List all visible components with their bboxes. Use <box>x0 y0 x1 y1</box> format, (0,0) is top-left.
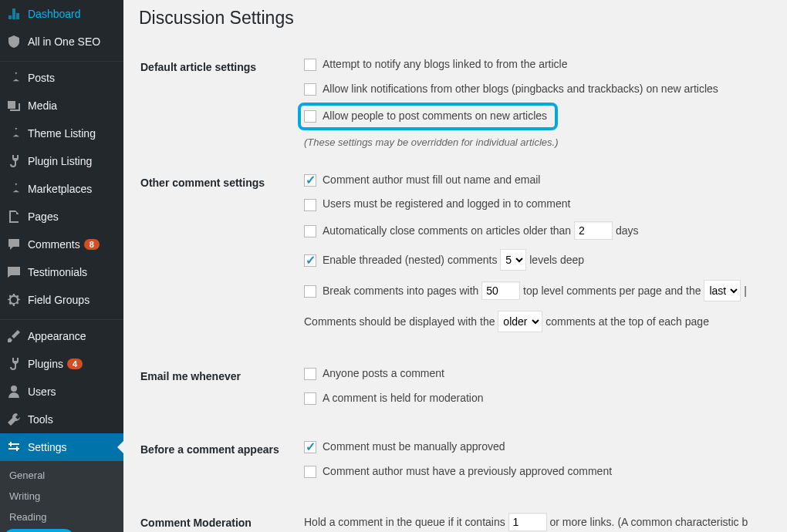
section-before-appears: Before a comment appears <box>140 428 295 500</box>
sidebar-item-label: Comments <box>28 238 80 251</box>
settings-note: (These settings may be overridden for in… <box>304 136 762 148</box>
checkbox-manual-approve[interactable] <box>304 441 316 453</box>
opt-close-old[interactable]: Automatically close comments on articles… <box>304 221 762 240</box>
plug-icon <box>6 153 22 169</box>
sidebar-item-posts[interactable]: Posts <box>0 64 123 92</box>
pin-icon <box>6 70 22 86</box>
dashboard-icon <box>6 6 22 22</box>
sidebar-item-label: Field Groups <box>28 294 90 306</box>
checkbox-require-registration[interactable] <box>304 199 316 211</box>
sidebar-item-label: Plugin Listing <box>28 155 92 167</box>
sidebar-item-label: Pages <box>28 210 59 223</box>
shield-icon <box>6 34 22 49</box>
checkbox-pingbacks[interactable] <box>304 83 316 96</box>
opt-allow-comments[interactable]: Allow people to post comments on new art… <box>304 106 762 127</box>
checkbox-paginate[interactable] <box>304 285 316 298</box>
sidebar-item-label: Settings <box>28 441 67 453</box>
select-display-order[interactable]: older <box>498 311 542 332</box>
submenu-item-writing[interactable]: Writing <box>0 486 123 507</box>
sidebar-item-label: Posts <box>28 72 55 84</box>
select-page-order[interactable]: last <box>704 280 741 301</box>
sidebar-item-label: Testimonials <box>28 266 87 278</box>
section-default-article: Default article settings <box>140 45 295 160</box>
submenu-item-general[interactable]: General <box>0 465 123 486</box>
checkbox-email-anyone[interactable] <box>304 368 316 380</box>
input-max-links[interactable] <box>508 513 547 531</box>
checkbox-prev-approved[interactable] <box>304 466 316 478</box>
sidebar-item-plugins[interactable]: Plugins4 <box>0 350 123 378</box>
opt-email-anyone-posts[interactable]: Anyone posts a comment <box>304 366 762 382</box>
checkbox-notify-blogs[interactable] <box>304 59 316 71</box>
plug-icon <box>6 356 22 372</box>
checkbox-threaded[interactable] <box>304 254 316 267</box>
input-close-days[interactable] <box>574 221 613 240</box>
select-thread-levels[interactable]: 5 <box>500 249 526 271</box>
sidebar-item-field-groups[interactable]: Field Groups <box>0 286 123 314</box>
opt-prev-approved[interactable]: Comment author must have a previously ap… <box>304 464 762 480</box>
settings-submenu: GeneralWritingReadingDiscussion <box>0 461 123 532</box>
sliders-icon <box>6 439 22 455</box>
page-title: Discussion Settings <box>139 8 772 29</box>
section-moderation: Comment Moderation <box>140 501 295 532</box>
sidebar-item-users[interactable]: Users <box>0 378 123 406</box>
sidebar-item-theme-listing[interactable]: Theme Listing <box>0 120 123 147</box>
sidebar-item-label: Media <box>28 99 57 112</box>
submenu-item-discussion[interactable]: Discussion <box>0 527 123 532</box>
section-other-comment: Other comment settings <box>140 161 295 353</box>
sidebar-item-dashboard[interactable]: Dashboard <box>0 0 123 28</box>
moderation-links-text: Hold a comment in the queue if it contai… <box>304 513 762 531</box>
sidebar-item-comments[interactable]: Comments8 <box>0 231 123 258</box>
sidebar-item-all-in-one-seo[interactable]: All in One SEO <box>0 28 123 56</box>
opt-display-order: Comments should be displayed with the ol… <box>304 311 762 332</box>
user-icon <box>6 384 22 399</box>
sidebar-item-settings[interactable]: Settings <box>0 433 123 461</box>
gear-icon <box>6 292 22 308</box>
sidebar-item-label: Appearance <box>28 330 86 342</box>
sidebar-item-label: Plugins <box>28 358 63 370</box>
sidebar-item-media[interactable]: Media <box>0 92 123 120</box>
sidebar-item-appearance[interactable]: Appearance <box>0 322 123 350</box>
checkbox-allow-comments[interactable] <box>304 110 316 123</box>
opt-require-name-email[interactable]: Comment author must fill out name and em… <box>304 173 762 188</box>
settings-form: Default article settings Attempt to noti… <box>139 44 772 532</box>
sidebar-item-tools[interactable]: Tools <box>0 406 123 433</box>
submenu-item-reading[interactable]: Reading <box>0 507 123 527</box>
media-icon <box>6 98 22 113</box>
sidebar-item-label: All in One SEO <box>28 35 100 48</box>
comment-icon <box>6 237 22 252</box>
testimonial-icon <box>6 264 22 280</box>
sidebar-item-label: Tools <box>28 413 53 426</box>
sidebar-item-plugin-listing[interactable]: Plugin Listing <box>0 147 123 175</box>
opt-pingbacks[interactable]: Allow link notifications from other blog… <box>304 82 762 97</box>
section-email-me: Email me whenever <box>140 355 295 426</box>
opt-manual-approve[interactable]: Comment must be manually approved <box>304 439 762 455</box>
sidebar-item-testimonials[interactable]: Testimonials <box>0 258 123 286</box>
pages-icon <box>6 209 22 224</box>
pin-icon <box>6 126 22 141</box>
admin-sidebar: DashboardAll in One SEOPostsMediaTheme L… <box>0 0 123 532</box>
opt-paginate[interactable]: Break comments into pages with top level… <box>304 280 762 301</box>
opt-threaded[interactable]: Enable threaded (nested) comments 5 leve… <box>304 249 762 271</box>
brush-icon <box>6 328 22 344</box>
opt-email-held[interactable]: A comment is held for moderation <box>304 391 762 406</box>
sidebar-item-label: Marketplaces <box>28 183 92 195</box>
opt-notify-blogs[interactable]: Attempt to notify any blogs linked to fr… <box>304 57 762 72</box>
opt-require-registration[interactable]: Users must be registered and logged in t… <box>304 197 762 212</box>
sidebar-item-label: Users <box>28 386 56 398</box>
input-per-page[interactable] <box>481 281 520 300</box>
checkbox-require-name-email[interactable] <box>304 174 316 187</box>
pin-icon <box>6 181 22 197</box>
checkbox-email-held[interactable] <box>304 392 316 405</box>
main-content: Discussion Settings Default article sett… <box>123 0 787 532</box>
badge: 8 <box>84 239 100 250</box>
badge: 4 <box>67 359 83 369</box>
checkbox-close-old[interactable] <box>304 225 316 237</box>
sidebar-item-label: Theme Listing <box>28 127 96 140</box>
sidebar-item-label: Dashboard <box>28 8 81 20</box>
sidebar-item-pages[interactable]: Pages <box>0 203 123 231</box>
sidebar-item-marketplaces[interactable]: Marketplaces <box>0 175 123 203</box>
wrench-icon <box>6 412 22 427</box>
